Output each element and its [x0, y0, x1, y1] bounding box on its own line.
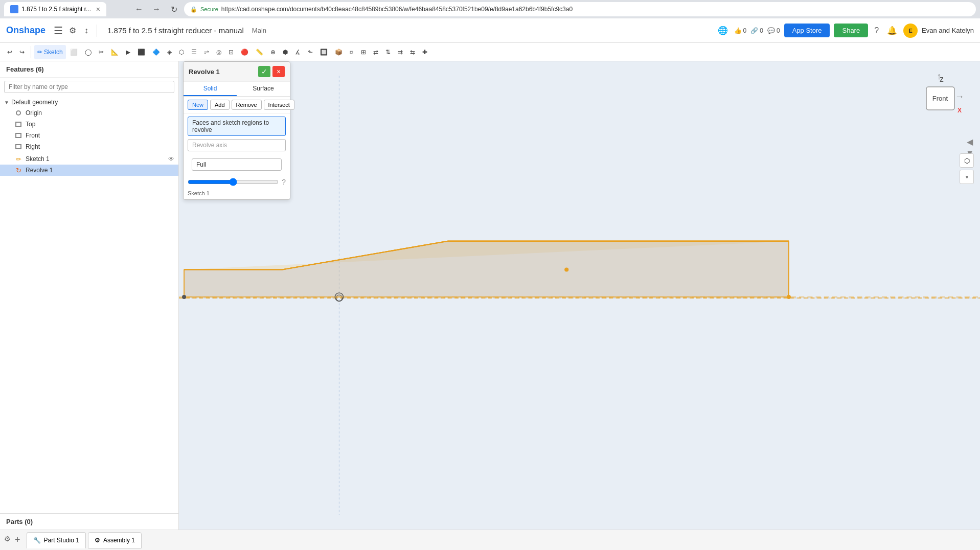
notifications-icon[interactable]: 🔔 [885, 24, 899, 37]
refresh-btn[interactable]: ↻ [167, 2, 181, 16]
browser-tab[interactable]: 1.875 f to 2.5 f straight r... × [4, 2, 106, 16]
tool-21[interactable]: 🔲 [317, 45, 331, 59]
nav-up-arrow[interactable]: ◀ [967, 137, 973, 147]
menu-btn[interactable]: ☰ [54, 25, 63, 37]
tool-25[interactable]: ⇄ [370, 45, 381, 59]
feature-front[interactable]: Front [0, 130, 178, 141]
feature-revolve1[interactable]: ↻ Revolve 1 [0, 165, 178, 176]
toolbar-sep-1 [97, 25, 97, 37]
share-btn[interactable]: Share [834, 24, 868, 37]
filter-input[interactable] [4, 81, 174, 93]
tools-sep-1 [31, 46, 31, 58]
tool-6[interactable]: ▶ [123, 45, 133, 59]
tool-2[interactable]: ⬜ [67, 45, 81, 59]
help-icon[interactable]: ? [872, 24, 881, 37]
user-name: Evan and Katelyn [922, 27, 974, 34]
tool-7[interactable]: ⬛ [134, 45, 148, 59]
front-plane-icon [14, 131, 22, 140]
tab-part-studio[interactable]: 🔧 Part Studio 1 [27, 532, 86, 548]
op-new-btn[interactable]: New [188, 100, 208, 110]
tool-9[interactable]: ◈ [164, 45, 175, 59]
revolve-tool-icon: ↻ [14, 166, 22, 174]
help-icon[interactable]: ? [282, 178, 286, 186]
tool-20[interactable]: ⬑ [305, 45, 316, 59]
op-remove-btn[interactable]: Remove [232, 100, 262, 110]
settings-icon[interactable]: ⚙ [4, 535, 11, 545]
op-intersect-btn[interactable]: Intersect [264, 100, 294, 110]
tool-23[interactable]: ⧈ [347, 45, 357, 59]
toolbar-icon-1[interactable]: ⚙ [67, 24, 78, 37]
tool-19[interactable]: ∡ [292, 45, 304, 59]
default-geometry-header[interactable]: ▼ Default geometry [0, 97, 178, 107]
sketch-btn[interactable]: ✏ Sketch [34, 45, 66, 59]
assembly-icon: ⚙ [95, 537, 100, 544]
toolbar-right: 🌐 👍 0 🔗 0 💬 0 App Store Share ? 🔔 E Evan… [716, 24, 974, 38]
tool-15[interactable]: 🔴 [238, 45, 252, 59]
sketch-tool-icon: ✏ [14, 155, 22, 163]
tool-24[interactable]: ⊞ [358, 45, 369, 59]
tool-28[interactable]: ⇆ [407, 45, 418, 59]
tool-13[interactable]: ◎ [213, 45, 224, 59]
tool-17[interactable]: ⊕ [267, 45, 279, 59]
tool-11[interactable]: ☰ [188, 45, 200, 59]
tool-12[interactable]: ⇌ [201, 45, 212, 59]
top-plane-icon [14, 120, 22, 128]
type-select[interactable]: Full One Direction Symmetric Custom [192, 158, 282, 171]
axis-field: Revolve axis [188, 139, 286, 151]
tool-10[interactable]: ⬡ [176, 45, 187, 59]
dialog-ok-btn[interactable]: ✓ [258, 66, 270, 77]
angle-slider[interactable] [188, 178, 279, 186]
visibility-icon[interactable]: 👁 [168, 155, 174, 163]
sketch-label: Sketch 1 [184, 189, 290, 199]
avatar: E [903, 24, 918, 38]
tool-26[interactable]: ⇅ [382, 45, 394, 59]
right-plane-icon [14, 143, 22, 151]
faces-input[interactable]: Faces and sketch regions to revolve [188, 117, 286, 136]
right-label: Right [26, 143, 40, 150]
globe-icon[interactable]: 🌐 [716, 24, 730, 37]
view-cube[interactable]: ↑ → Z Front X [914, 72, 965, 123]
undo-btn[interactable]: ↩ [4, 45, 15, 59]
new-tab-btn[interactable] [109, 2, 125, 16]
tool-29[interactable]: ✚ [419, 45, 430, 59]
feature-origin[interactable]: Origin [0, 107, 178, 119]
back-btn[interactable]: ← [132, 2, 146, 16]
tool-27[interactable]: ⇉ [395, 45, 406, 59]
tool-4[interactable]: ✂ [96, 45, 107, 59]
app-store-btn[interactable]: App Store [784, 24, 830, 37]
sketch-icon: ✏ [37, 49, 42, 56]
origin-icon [14, 109, 22, 117]
tool-18[interactable]: ⬢ [280, 45, 291, 59]
dialog-cancel-btn[interactable]: × [272, 66, 285, 77]
tab-close-btn[interactable]: × [96, 5, 100, 13]
likes-count[interactable]: 👍 0 [734, 27, 747, 34]
tab-assembly[interactable]: ⚙ Assembly 1 [88, 532, 142, 548]
axis-input[interactable]: Revolve axis [188, 139, 286, 151]
address-bar[interactable]: 🔒 Secure https://cad.onshape.com/documen… [184, 2, 976, 16]
viewport[interactable]: Front [179, 61, 980, 530]
tool-8[interactable]: 🔷 [149, 45, 163, 59]
redo-btn[interactable]: ↪ [16, 45, 28, 59]
dialog-tab-surface[interactable]: Surface [237, 82, 290, 96]
links-count[interactable]: 🔗 0 [750, 27, 763, 34]
feature-top[interactable]: Top [0, 119, 178, 130]
add-tab-btn[interactable]: + [15, 535, 20, 545]
tool-14[interactable]: ⊡ [225, 45, 237, 59]
svg-text:→: → [955, 91, 964, 102]
tool-3[interactable]: ◯ [82, 45, 95, 59]
features-list: ▼ Default geometry Origin Top Front [0, 96, 178, 513]
feature-sketch1[interactable]: ✏ Sketch 1 👁 [0, 153, 178, 165]
feature-right[interactable]: Right [0, 141, 178, 152]
view-option-btn[interactable]: ⬡ [960, 153, 974, 168]
tool-16[interactable]: 📏 [253, 45, 266, 59]
view-dropdown-btn[interactable]: ▾ [960, 170, 974, 184]
tool-5[interactable]: 📐 [108, 45, 122, 59]
dialog-operations: New Add Remove Intersect [184, 97, 290, 113]
dialog-tab-solid[interactable]: Solid [184, 82, 237, 96]
forward-btn[interactable]: → [149, 2, 164, 16]
tool-22[interactable]: 📦 [332, 45, 346, 59]
toolbar-icon-2[interactable]: ↕ [82, 24, 90, 37]
comments-count[interactable]: 💬 0 [767, 27, 780, 34]
top-label: Top [26, 121, 35, 128]
op-add-btn[interactable]: Add [210, 100, 230, 110]
